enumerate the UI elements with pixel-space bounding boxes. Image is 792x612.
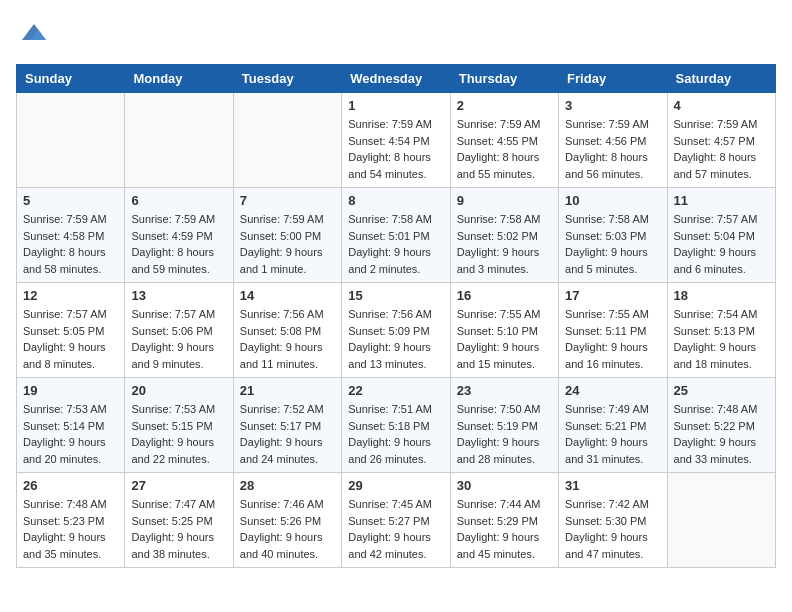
calendar-cell: 31Sunrise: 7:42 AMSunset: 5:30 PMDayligh… bbox=[559, 473, 667, 568]
header-day: Thursday bbox=[450, 65, 558, 93]
day-info: Sunrise: 7:46 AMSunset: 5:26 PMDaylight:… bbox=[240, 496, 335, 562]
day-info: Sunrise: 7:58 AMSunset: 5:01 PMDaylight:… bbox=[348, 211, 443, 277]
calendar-cell: 25Sunrise: 7:48 AMSunset: 5:22 PMDayligh… bbox=[667, 378, 775, 473]
calendar-cell: 2Sunrise: 7:59 AMSunset: 4:55 PMDaylight… bbox=[450, 93, 558, 188]
day-info: Sunrise: 7:57 AMSunset: 5:05 PMDaylight:… bbox=[23, 306, 118, 372]
calendar-cell: 3Sunrise: 7:59 AMSunset: 4:56 PMDaylight… bbox=[559, 93, 667, 188]
calendar-cell: 5Sunrise: 7:59 AMSunset: 4:58 PMDaylight… bbox=[17, 188, 125, 283]
day-number: 21 bbox=[240, 383, 335, 398]
calendar-cell: 13Sunrise: 7:57 AMSunset: 5:06 PMDayligh… bbox=[125, 283, 233, 378]
day-number: 29 bbox=[348, 478, 443, 493]
calendar-week-row: 26Sunrise: 7:48 AMSunset: 5:23 PMDayligh… bbox=[17, 473, 776, 568]
calendar-table: SundayMondayTuesdayWednesdayThursdayFrid… bbox=[16, 64, 776, 568]
day-info: Sunrise: 7:52 AMSunset: 5:17 PMDaylight:… bbox=[240, 401, 335, 467]
logo-icon bbox=[18, 16, 50, 48]
header-day: Friday bbox=[559, 65, 667, 93]
calendar-cell: 26Sunrise: 7:48 AMSunset: 5:23 PMDayligh… bbox=[17, 473, 125, 568]
header-day: Wednesday bbox=[342, 65, 450, 93]
day-number: 27 bbox=[131, 478, 226, 493]
day-number: 23 bbox=[457, 383, 552, 398]
day-info: Sunrise: 7:56 AMSunset: 5:08 PMDaylight:… bbox=[240, 306, 335, 372]
calendar-cell: 28Sunrise: 7:46 AMSunset: 5:26 PMDayligh… bbox=[233, 473, 341, 568]
day-number: 2 bbox=[457, 98, 552, 113]
day-number: 3 bbox=[565, 98, 660, 113]
day-info: Sunrise: 7:59 AMSunset: 4:58 PMDaylight:… bbox=[23, 211, 118, 277]
day-info: Sunrise: 7:59 AMSunset: 4:57 PMDaylight:… bbox=[674, 116, 769, 182]
day-number: 11 bbox=[674, 193, 769, 208]
calendar-cell: 8Sunrise: 7:58 AMSunset: 5:01 PMDaylight… bbox=[342, 188, 450, 283]
day-number: 25 bbox=[674, 383, 769, 398]
day-number: 31 bbox=[565, 478, 660, 493]
calendar-cell: 16Sunrise: 7:55 AMSunset: 5:10 PMDayligh… bbox=[450, 283, 558, 378]
day-info: Sunrise: 7:59 AMSunset: 4:56 PMDaylight:… bbox=[565, 116, 660, 182]
day-info: Sunrise: 7:58 AMSunset: 5:03 PMDaylight:… bbox=[565, 211, 660, 277]
day-info: Sunrise: 7:55 AMSunset: 5:10 PMDaylight:… bbox=[457, 306, 552, 372]
day-info: Sunrise: 7:51 AMSunset: 5:18 PMDaylight:… bbox=[348, 401, 443, 467]
day-info: Sunrise: 7:57 AMSunset: 5:06 PMDaylight:… bbox=[131, 306, 226, 372]
calendar-cell: 29Sunrise: 7:45 AMSunset: 5:27 PMDayligh… bbox=[342, 473, 450, 568]
day-info: Sunrise: 7:48 AMSunset: 5:22 PMDaylight:… bbox=[674, 401, 769, 467]
calendar-week-row: 12Sunrise: 7:57 AMSunset: 5:05 PMDayligh… bbox=[17, 283, 776, 378]
day-number: 7 bbox=[240, 193, 335, 208]
calendar-cell: 1Sunrise: 7:59 AMSunset: 4:54 PMDaylight… bbox=[342, 93, 450, 188]
day-number: 4 bbox=[674, 98, 769, 113]
day-number: 5 bbox=[23, 193, 118, 208]
day-info: Sunrise: 7:53 AMSunset: 5:15 PMDaylight:… bbox=[131, 401, 226, 467]
day-number: 9 bbox=[457, 193, 552, 208]
day-number: 18 bbox=[674, 288, 769, 303]
calendar-cell bbox=[233, 93, 341, 188]
calendar-cell: 23Sunrise: 7:50 AMSunset: 5:19 PMDayligh… bbox=[450, 378, 558, 473]
calendar-cell: 14Sunrise: 7:56 AMSunset: 5:08 PMDayligh… bbox=[233, 283, 341, 378]
day-number: 16 bbox=[457, 288, 552, 303]
day-info: Sunrise: 7:42 AMSunset: 5:30 PMDaylight:… bbox=[565, 496, 660, 562]
day-number: 26 bbox=[23, 478, 118, 493]
header-row: SundayMondayTuesdayWednesdayThursdayFrid… bbox=[17, 65, 776, 93]
calendar-cell: 21Sunrise: 7:52 AMSunset: 5:17 PMDayligh… bbox=[233, 378, 341, 473]
day-number: 8 bbox=[348, 193, 443, 208]
day-number: 13 bbox=[131, 288, 226, 303]
day-number: 17 bbox=[565, 288, 660, 303]
day-number: 24 bbox=[565, 383, 660, 398]
day-info: Sunrise: 7:56 AMSunset: 5:09 PMDaylight:… bbox=[348, 306, 443, 372]
day-info: Sunrise: 7:53 AMSunset: 5:14 PMDaylight:… bbox=[23, 401, 118, 467]
day-info: Sunrise: 7:55 AMSunset: 5:11 PMDaylight:… bbox=[565, 306, 660, 372]
day-number: 28 bbox=[240, 478, 335, 493]
day-info: Sunrise: 7:58 AMSunset: 5:02 PMDaylight:… bbox=[457, 211, 552, 277]
day-info: Sunrise: 7:59 AMSunset: 4:55 PMDaylight:… bbox=[457, 116, 552, 182]
calendar-cell: 6Sunrise: 7:59 AMSunset: 4:59 PMDaylight… bbox=[125, 188, 233, 283]
calendar-week-row: 1Sunrise: 7:59 AMSunset: 4:54 PMDaylight… bbox=[17, 93, 776, 188]
day-number: 20 bbox=[131, 383, 226, 398]
day-number: 22 bbox=[348, 383, 443, 398]
logo bbox=[16, 16, 50, 52]
calendar-cell: 20Sunrise: 7:53 AMSunset: 5:15 PMDayligh… bbox=[125, 378, 233, 473]
calendar-cell bbox=[667, 473, 775, 568]
calendar-cell: 30Sunrise: 7:44 AMSunset: 5:29 PMDayligh… bbox=[450, 473, 558, 568]
calendar-cell: 18Sunrise: 7:54 AMSunset: 5:13 PMDayligh… bbox=[667, 283, 775, 378]
day-number: 1 bbox=[348, 98, 443, 113]
calendar-cell: 15Sunrise: 7:56 AMSunset: 5:09 PMDayligh… bbox=[342, 283, 450, 378]
day-info: Sunrise: 7:45 AMSunset: 5:27 PMDaylight:… bbox=[348, 496, 443, 562]
calendar-cell: 22Sunrise: 7:51 AMSunset: 5:18 PMDayligh… bbox=[342, 378, 450, 473]
calendar-cell: 12Sunrise: 7:57 AMSunset: 5:05 PMDayligh… bbox=[17, 283, 125, 378]
day-number: 14 bbox=[240, 288, 335, 303]
day-number: 30 bbox=[457, 478, 552, 493]
day-number: 19 bbox=[23, 383, 118, 398]
day-info: Sunrise: 7:48 AMSunset: 5:23 PMDaylight:… bbox=[23, 496, 118, 562]
calendar-cell: 9Sunrise: 7:58 AMSunset: 5:02 PMDaylight… bbox=[450, 188, 558, 283]
calendar-cell bbox=[17, 93, 125, 188]
calendar-cell: 11Sunrise: 7:57 AMSunset: 5:04 PMDayligh… bbox=[667, 188, 775, 283]
day-info: Sunrise: 7:47 AMSunset: 5:25 PMDaylight:… bbox=[131, 496, 226, 562]
calendar-cell: 24Sunrise: 7:49 AMSunset: 5:21 PMDayligh… bbox=[559, 378, 667, 473]
day-info: Sunrise: 7:59 AMSunset: 5:00 PMDaylight:… bbox=[240, 211, 335, 277]
day-number: 10 bbox=[565, 193, 660, 208]
calendar-cell: 7Sunrise: 7:59 AMSunset: 5:00 PMDaylight… bbox=[233, 188, 341, 283]
calendar-cell bbox=[125, 93, 233, 188]
page-header bbox=[16, 16, 776, 52]
day-info: Sunrise: 7:49 AMSunset: 5:21 PMDaylight:… bbox=[565, 401, 660, 467]
calendar-header: SundayMondayTuesdayWednesdayThursdayFrid… bbox=[17, 65, 776, 93]
day-number: 15 bbox=[348, 288, 443, 303]
header-day: Sunday bbox=[17, 65, 125, 93]
day-info: Sunrise: 7:57 AMSunset: 5:04 PMDaylight:… bbox=[674, 211, 769, 277]
day-info: Sunrise: 7:54 AMSunset: 5:13 PMDaylight:… bbox=[674, 306, 769, 372]
header-day: Monday bbox=[125, 65, 233, 93]
